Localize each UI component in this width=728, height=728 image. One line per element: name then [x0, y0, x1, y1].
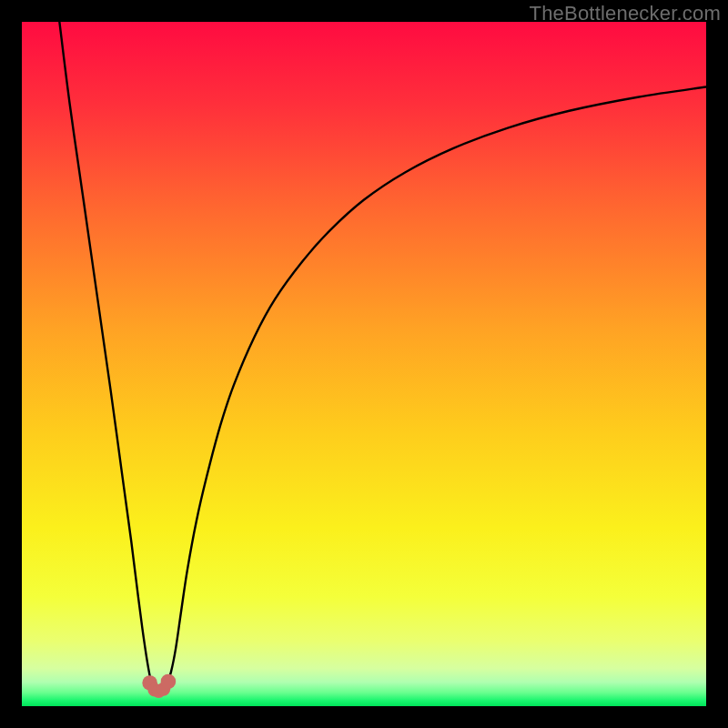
- chart-background: [22, 22, 706, 706]
- chart-frame: [22, 22, 706, 706]
- bottleneck-chart: [22, 22, 706, 706]
- marker-right: [161, 674, 177, 690]
